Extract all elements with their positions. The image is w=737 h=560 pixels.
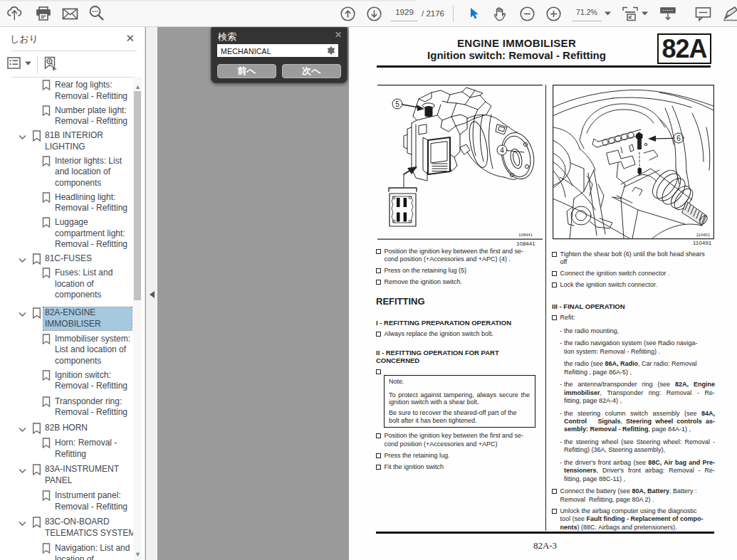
svg-text:6: 6: [676, 134, 681, 142]
svg-text:4: 4: [500, 147, 504, 154]
svg-text:5: 5: [395, 100, 399, 108]
svg-text:110401: 110401: [696, 233, 710, 237]
svg-text:108441: 108441: [518, 233, 533, 237]
